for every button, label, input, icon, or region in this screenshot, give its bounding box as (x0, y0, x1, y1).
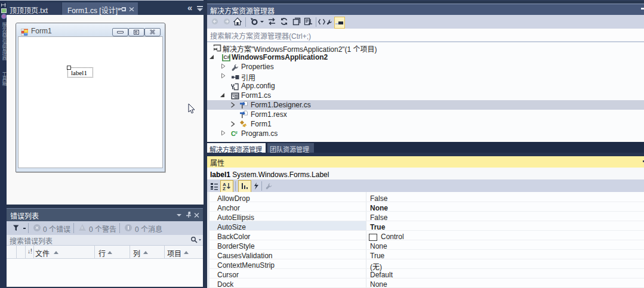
svg-text:C#: C# (223, 54, 230, 60)
svg-text:Z: Z (223, 186, 226, 190)
svg-text:#: # (235, 131, 238, 135)
